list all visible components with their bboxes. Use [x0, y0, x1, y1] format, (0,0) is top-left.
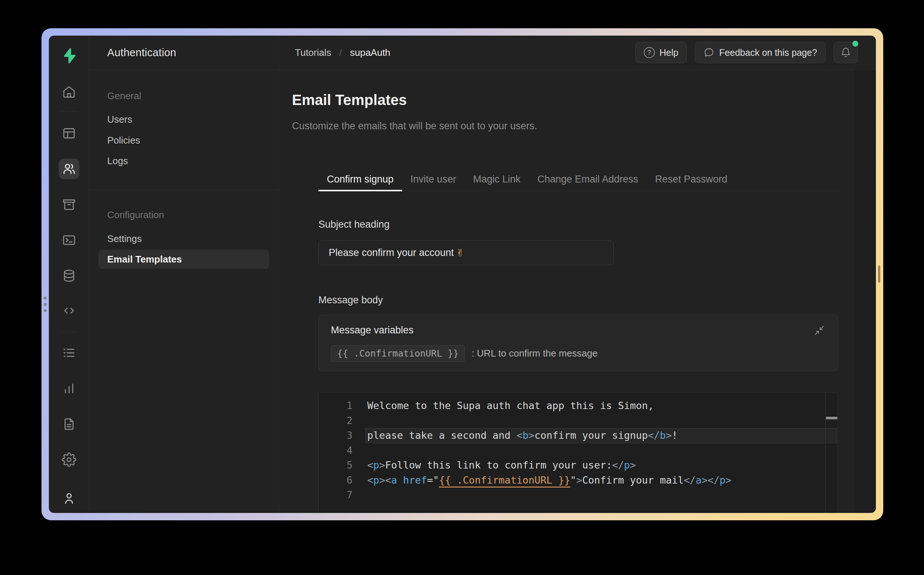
page-subtitle: Customize the emails that will be sent o…	[292, 121, 537, 132]
top-actions: ? Help Feedback on this page?	[635, 42, 858, 63]
message-variables-title: Message variables	[331, 325, 414, 336]
code-line[interactable]: 1Welcome to the Supa auth chat app this …	[319, 399, 838, 413]
variable-row: {{ .ConfirmationURL }} : URL to confirm …	[331, 345, 597, 362]
sidebar-item-users[interactable]: Users	[107, 114, 132, 125]
account-user-icon[interactable]	[61, 490, 77, 506]
code-line[interactable]: 5<p>Follow this link to confirm your use…	[319, 458, 838, 473]
sidebar-item-email-templates[interactable]: Email Templates	[98, 250, 269, 269]
icon-rail	[49, 36, 89, 513]
code-line[interactable]: 4	[319, 443, 838, 458]
help-button[interactable]: ? Help	[635, 42, 687, 63]
subject-value: Please confirm your account	[329, 247, 454, 259]
app-window: Authentication General Users Policies Lo…	[41, 28, 883, 520]
code-lines: 1Welcome to the Supa auth chat app this …	[319, 392, 838, 503]
notification-dot	[853, 41, 858, 47]
message-body-editor[interactable]: 1Welcome to the Supa auth chat app this …	[318, 392, 838, 513]
template-tabs: Confirm signup Invite user Magic Link Ch…	[318, 168, 838, 191]
editor-scrollbar-thumb[interactable]	[826, 417, 837, 419]
notifications-button[interactable]	[834, 42, 858, 63]
sidebar-divider	[89, 190, 278, 190]
tab-confirm-signup[interactable]: Confirm signup	[318, 168, 402, 191]
storage-icon[interactable]	[61, 197, 77, 213]
code-line[interactable]: 6<p><a href="{{ .ConfirmationURL }}">Con…	[319, 473, 838, 488]
database-icon[interactable]	[61, 268, 77, 284]
logs-list-icon[interactable]	[61, 345, 77, 361]
tab-change-email-address[interactable]: Change Email Address	[529, 168, 647, 191]
sidebar: Authentication General Users Policies Lo…	[89, 36, 279, 513]
breadcrumb-supaauth[interactable]: supaAuth	[350, 47, 391, 59]
help-icon: ?	[644, 47, 655, 58]
app-content: Authentication General Users Policies Lo…	[49, 36, 876, 513]
api-code-icon[interactable]	[61, 303, 77, 319]
tab-magic-link[interactable]: Magic Link	[465, 168, 529, 191]
subject-input[interactable]: Please confirm your account ✌	[318, 240, 614, 265]
docs-file-icon[interactable]	[61, 416, 77, 432]
content-scroll-gutter	[853, 70, 876, 513]
reports-chart-icon[interactable]	[61, 380, 77, 397]
help-label: Help	[660, 48, 678, 58]
sidebar-item-logs[interactable]: Logs	[107, 155, 128, 167]
breadcrumb-tutorials[interactable]: Tutorials	[295, 47, 331, 59]
rail-divider	[60, 332, 78, 332]
sql-terminal-icon[interactable]	[61, 232, 77, 248]
table-editor-icon[interactable]	[61, 125, 77, 141]
sidebar-header: Authentication	[89, 36, 278, 70]
tab-reset-password[interactable]: Reset Password	[647, 168, 736, 191]
message-variables-panel: Message variables {{ .ConfirmationURL }}…	[318, 315, 838, 371]
breadcrumb: Tutorials / supaAuth	[295, 47, 391, 59]
sidebar-body: General Users Policies Logs Configuratio…	[89, 70, 278, 513]
editor-scrollbar-track	[825, 392, 826, 513]
message-body-label: Message body	[318, 294, 383, 306]
desktop-background: Authentication General Users Policies Lo…	[0, 0, 924, 575]
top-bar: Tutorials / supaAuth ? Help Feedback on …	[279, 36, 876, 70]
sidebar-section-configuration: Configuration	[107, 209, 164, 221]
tab-invite-user[interactable]: Invite user	[402, 168, 465, 191]
variable-description: : URL to confirm the message	[472, 348, 597, 359]
confirmation-url-chip: {{ .ConfirmationURL }}	[331, 345, 465, 362]
settings-gear-icon[interactable]	[61, 452, 77, 468]
code-line[interactable]: 7	[319, 488, 838, 503]
code-line[interactable]: 3please take a second and <b>confirm you…	[319, 428, 838, 443]
sidebar-section-general: General	[107, 91, 141, 102]
code-line[interactable]: 2	[319, 413, 838, 429]
supabase-logo-icon[interactable]	[60, 48, 78, 64]
feedback-label: Feedback on this page?	[719, 48, 817, 58]
window-drag-handle[interactable]	[43, 297, 48, 312]
bell-icon	[840, 47, 851, 58]
sidebar-item-settings[interactable]: Settings	[107, 233, 142, 245]
window-scrollbar-thumb[interactable]	[878, 265, 880, 283]
subject-heading-label: Subject heading	[318, 219, 390, 230]
page-title: Email Templates	[292, 92, 407, 108]
victory-hand-emoji: ✌	[456, 247, 465, 259]
main-area: Tutorials / supaAuth ? Help Feedback on …	[279, 36, 876, 513]
sidebar-item-label: Email Templates	[107, 254, 182, 265]
sidebar-item-policies[interactable]: Policies	[107, 135, 140, 146]
authentication-users-icon[interactable]	[59, 159, 79, 179]
feedback-button[interactable]: Feedback on this page?	[695, 42, 826, 63]
collapse-icon[interactable]	[814, 325, 824, 335]
page-content: Email Templates Customize the emails tha…	[279, 70, 876, 513]
chat-bubble-icon	[703, 47, 714, 58]
home-icon[interactable]	[61, 84, 77, 100]
sidebar-title: Authentication	[107, 47, 176, 59]
breadcrumb-separator: /	[339, 47, 342, 59]
